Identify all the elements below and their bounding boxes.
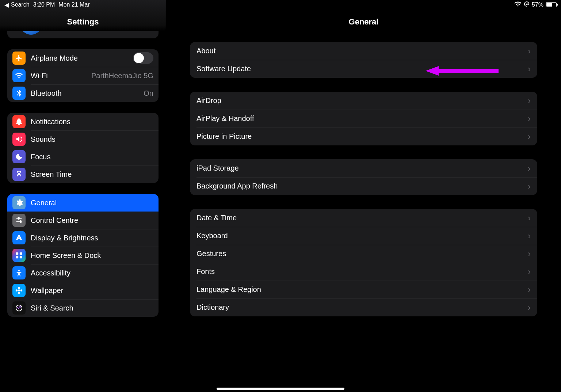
label: Background App Refresh xyxy=(196,182,525,190)
sidebar-item-siri-search[interactable]: Siri & Search xyxy=(7,299,159,317)
detail-item-software-update[interactable]: Software Update › xyxy=(190,60,537,78)
sidebar-item-home-screen-dock[interactable]: Home Screen & Dock xyxy=(7,247,159,264)
label: Fonts xyxy=(196,267,525,276)
chevron-right-icon: › xyxy=(528,114,531,123)
label: Date & Time xyxy=(196,214,525,222)
detail-item-background-app-refresh[interactable]: Background App Refresh › xyxy=(190,177,537,195)
bluetooth-icon xyxy=(12,87,26,100)
chevron-right-icon: › xyxy=(528,285,531,294)
back-caret-icon[interactable]: ◀ xyxy=(4,1,9,8)
sidebar-item-general[interactable]: General xyxy=(7,194,159,212)
wifi-icon xyxy=(12,69,26,82)
detail-item-picture-in-picture[interactable]: Picture in Picture › xyxy=(190,128,537,145)
grid-icon xyxy=(12,249,26,262)
svg-point-5 xyxy=(18,289,20,292)
sidebar-item-wallpaper[interactable]: Wallpaper xyxy=(7,282,159,299)
chevron-right-icon: › xyxy=(528,250,531,258)
back-label[interactable]: Search xyxy=(11,1,30,8)
label: Display & Brightness xyxy=(31,234,153,242)
chevron-right-icon: › xyxy=(528,47,531,56)
battery-percent: 57% xyxy=(532,1,543,8)
sidebar-item-screen-time[interactable]: Screen Time xyxy=(7,165,159,183)
settings-sidebar: Settings Airplane Mode Wi-Fi ParthHeemaJ… xyxy=(0,0,166,392)
accessibility-icon xyxy=(12,266,26,279)
detail-item-ipad-storage[interactable]: iPad Storage › xyxy=(190,159,537,177)
sidebar-item-airplane-mode[interactable]: Airplane Mode xyxy=(7,49,159,67)
chevron-right-icon: › xyxy=(528,164,531,173)
label: iPad Storage xyxy=(196,164,525,172)
status-date: Mon 21 Mar xyxy=(58,1,89,8)
wifi-value: ParthHeemaJio 5G xyxy=(91,72,153,80)
status-bar: ◀ Search 3:20 PM Mon 21 Mar 57% xyxy=(0,0,561,9)
label: Software Update xyxy=(196,65,525,73)
gear-icon xyxy=(12,196,26,209)
airplane-icon xyxy=(12,52,26,65)
label: Control Centre xyxy=(31,216,153,225)
label: Siri & Search xyxy=(31,304,153,312)
siri-icon xyxy=(12,301,26,315)
sidebar-item-wifi[interactable]: Wi-Fi ParthHeemaJio 5G xyxy=(7,67,159,84)
label: Bluetooth xyxy=(31,89,141,98)
label: Wallpaper xyxy=(31,286,153,295)
speaker-icon xyxy=(12,133,26,146)
label: Accessibility xyxy=(31,269,153,277)
apple-id-card[interactable] xyxy=(7,31,159,38)
svg-point-4 xyxy=(18,270,20,271)
label: Wi-Fi xyxy=(31,72,88,80)
label: Home Screen & Dock xyxy=(31,251,153,260)
svg-rect-3 xyxy=(20,256,22,258)
label: About xyxy=(196,47,525,55)
sidebar-item-control-centre[interactable]: Control Centre xyxy=(7,212,159,229)
label: AirDrop xyxy=(196,96,525,105)
wifi-icon xyxy=(514,1,522,8)
detail-item-airplay-handoff[interactable]: AirPlay & Handoff › xyxy=(190,110,537,128)
sliders-icon xyxy=(12,214,26,227)
chevron-right-icon: › xyxy=(528,132,531,141)
status-time: 3:20 PM xyxy=(33,1,55,8)
label: Keyboard xyxy=(196,232,525,240)
avatar xyxy=(20,31,42,35)
label: Language & Region xyxy=(196,285,525,294)
label: Picture in Picture xyxy=(196,132,525,141)
label: Screen Time xyxy=(31,170,153,179)
label: AirPlay & Handoff xyxy=(196,114,525,123)
detail-item-date-time[interactable]: Date & Time › xyxy=(190,209,537,227)
label: Dictionary xyxy=(196,303,525,312)
detail-item-fonts[interactable]: Fonts › xyxy=(190,263,537,281)
chevron-right-icon: › xyxy=(528,267,531,276)
airplane-toggle[interactable] xyxy=(133,52,153,64)
flower-icon xyxy=(12,284,26,297)
chevron-right-icon: › xyxy=(528,65,531,73)
detail-item-about[interactable]: About › xyxy=(190,42,537,60)
sidebar-item-accessibility[interactable]: Accessibility xyxy=(7,264,159,282)
detail-pane: General About › Software Update › AirDro… xyxy=(166,0,561,392)
chevron-right-icon: › xyxy=(528,303,531,312)
bluetooth-value: On xyxy=(144,89,153,98)
detail-title: General xyxy=(349,17,379,27)
detail-item-airdrop[interactable]: AirDrop › xyxy=(190,92,537,110)
chevron-right-icon: › xyxy=(528,214,531,222)
label: Notifications xyxy=(31,118,153,126)
detail-item-dictionary[interactable]: Dictionary › xyxy=(190,298,537,316)
detail-item-gestures[interactable]: Gestures › xyxy=(190,245,537,263)
label: Focus xyxy=(31,153,153,161)
hourglass-icon xyxy=(12,168,26,181)
detail-item-language-region[interactable]: Language & Region › xyxy=(190,281,537,298)
svg-rect-2 xyxy=(16,256,18,258)
label: Airplane Mode xyxy=(31,54,133,62)
chevron-right-icon: › xyxy=(528,232,531,240)
sidebar-item-notifications[interactable]: Notifications xyxy=(7,113,159,130)
sidebar-title: Settings xyxy=(67,17,99,27)
battery-icon xyxy=(546,2,557,7)
bell-icon xyxy=(12,115,26,128)
home-indicator xyxy=(217,388,344,390)
label: Gestures xyxy=(196,250,525,258)
sidebar-item-display-brightness[interactable]: Display & Brightness xyxy=(7,229,159,247)
sidebar-item-bluetooth[interactable]: Bluetooth On xyxy=(7,84,159,102)
sidebar-item-sounds[interactable]: Sounds xyxy=(7,130,159,148)
chevron-right-icon: › xyxy=(528,96,531,105)
sidebar-item-focus[interactable]: Focus xyxy=(7,148,159,165)
moon-icon xyxy=(12,150,26,163)
label: Sounds xyxy=(31,135,153,144)
detail-item-keyboard[interactable]: Keyboard › xyxy=(190,227,537,245)
